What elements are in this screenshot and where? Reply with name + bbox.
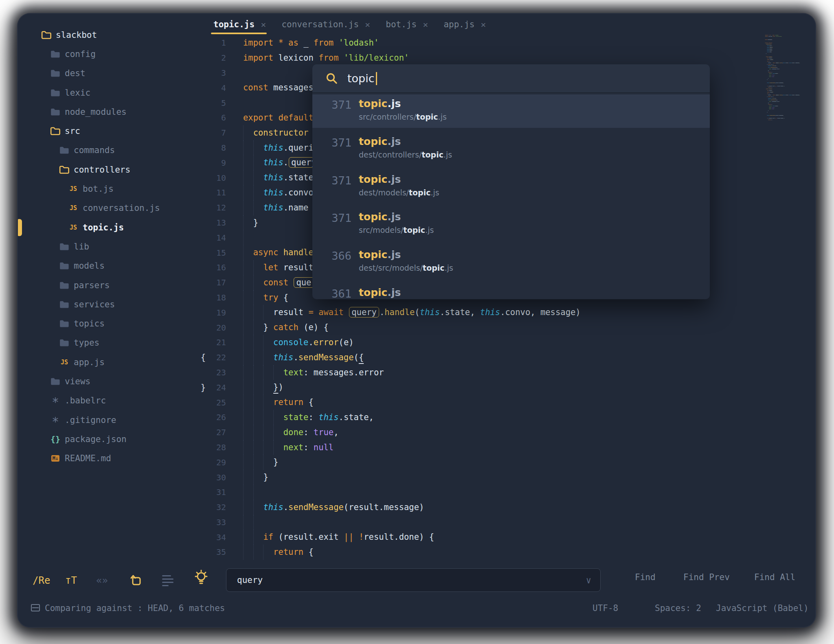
tab-conversation-js[interactable]: conversation.js× — [281, 20, 370, 30]
sidebar-item-views[interactable]: views — [18, 372, 209, 391]
code-line[interactable]: 1import * as _ from 'lodash' — [191, 35, 581, 50]
code-line[interactable]: 35 return { — [191, 545, 581, 560]
code-text: constructor — [243, 125, 308, 140]
overlay-search-input[interactable]: topic — [347, 72, 375, 85]
compare-icon — [31, 604, 40, 611]
indent-guide — [263, 410, 263, 425]
sidebar-item-parsers[interactable]: parsers — [18, 276, 209, 295]
code-line[interactable]: 29 } — [191, 455, 581, 470]
sidebar-item-lib[interactable]: lib — [18, 237, 209, 256]
wrap-search-icon[interactable] — [130, 572, 143, 589]
sidebar-item-commands[interactable]: commands — [18, 141, 209, 160]
sidebar-item-bot-js[interactable]: JSbot.js — [18, 179, 209, 198]
json-file-icon: {} — [49, 434, 61, 444]
find-prev-button[interactable]: Find Prev — [683, 572, 730, 582]
sidebar-item-services[interactable]: services — [18, 295, 209, 314]
code-line[interactable]: 20 } catch (e) { — [191, 320, 581, 335]
folder-icon — [49, 107, 61, 116]
code-text: } — [243, 470, 268, 485]
code-text: } — [243, 455, 278, 470]
code-text: console.error(e) — [243, 335, 354, 350]
sidebar-item-label: package.json — [65, 434, 127, 444]
case-sensitive-icon[interactable]: тT — [65, 572, 77, 589]
code-line[interactable]: 25 return { — [191, 395, 581, 410]
tab-app-js[interactable]: app.js× — [443, 20, 486, 30]
close-icon[interactable]: × — [261, 20, 266, 30]
code-line[interactable]: 26 state: this.state, — [191, 410, 581, 425]
code-line[interactable]: 33 — [191, 515, 581, 530]
sidebar-item-app-js[interactable]: JSapp.js — [18, 353, 209, 372]
overlay-result-row[interactable]: 371topic.jsdest/controllers/topic.js — [312, 132, 710, 166]
sidebar-item--babelrc[interactable]: *.babelrc — [18, 391, 209, 410]
sidebar-item-conversation-js[interactable]: JSconversation.js — [18, 199, 209, 218]
code-text: this.query — [243, 155, 319, 170]
find-all-button[interactable]: Find All — [754, 572, 795, 582]
whole-word-icon[interactable]: «» — [96, 572, 108, 589]
syntax-indicator[interactable]: JavaScript (Babel) — [716, 603, 809, 613]
sidebar-item--gitignore[interactable]: *.gitignore — [18, 410, 209, 429]
indentation-indicator[interactable]: Spaces: 2 — [655, 603, 701, 613]
sidebar-item-label: controllers — [74, 165, 130, 175]
sidebar-item-models[interactable]: models — [18, 256, 209, 276]
indent-guide — [243, 365, 244, 380]
code-line[interactable]: 27 done: true, — [191, 425, 581, 440]
sidebar-item-types[interactable]: types — [18, 333, 209, 353]
folder-open-icon — [40, 31, 53, 39]
overlay-result-row[interactable]: 361topic.js — [312, 283, 710, 299]
code-line[interactable]: 2import lexicon from 'lib/lexicon' — [191, 50, 581, 66]
find-input[interactable]: query ∨ — [226, 568, 601, 592]
sidebar-item-config[interactable]: config — [18, 44, 209, 64]
indent-guide — [253, 320, 254, 335]
indent-guide — [243, 455, 244, 470]
sidebar-item-label: lib — [74, 242, 89, 252]
minimap[interactable]: import * as _ from 'lodash'import lexico… — [763, 34, 801, 121]
sidebar-item-README-md[interactable]: M↓README.md — [18, 449, 209, 468]
encoding-indicator[interactable]: UTF-8 — [593, 603, 618, 613]
sidebar-item-topics[interactable]: topics — [18, 314, 209, 333]
chevron-down-icon[interactable]: ∨ — [586, 575, 591, 585]
close-icon[interactable]: × — [481, 20, 486, 30]
code-line[interactable]: {22 this.sendMessage({ — [191, 350, 581, 365]
sidebar-item-src[interactable]: src — [18, 121, 209, 140]
sidebar-item-node_modules[interactable]: node_modules — [18, 102, 209, 121]
overlay-result-row[interactable]: 366topic.jsdest/src/models/topic.js — [312, 245, 710, 279]
sidebar-item-label: app.js — [74, 357, 105, 367]
overlay-search-row[interactable]: topic — [312, 64, 710, 93]
tab-bot-js[interactable]: bot.js× — [386, 20, 428, 30]
tab-topic-js[interactable]: topic.js× — [213, 20, 266, 30]
in-selection-icon[interactable] — [162, 572, 173, 589]
sidebar-item-topic-js[interactable]: JStopic.js — [18, 218, 209, 237]
overlay-result-row[interactable]: 371topic.jssrc/controllers/topic.js — [312, 94, 710, 128]
sidebar-item-slackbot[interactable]: slackbot — [18, 25, 209, 44]
code-line[interactable]: 34 if (result.exit || !result.done) { — [191, 530, 581, 545]
code-line[interactable]: 31 — [191, 485, 581, 500]
sidebar-item-label: lexic — [65, 88, 90, 98]
close-icon[interactable]: × — [423, 20, 428, 30]
overlay-result-row[interactable]: 371topic.jsdest/models/topic.js — [312, 170, 710, 204]
indent-guide — [263, 335, 263, 350]
indent-guide — [263, 545, 263, 560]
close-icon[interactable]: × — [365, 20, 370, 30]
sidebar-item-lexic[interactable]: lexic — [18, 83, 209, 102]
sidebar-item-controllers[interactable]: controllers — [18, 160, 209, 179]
code-text: return { — [243, 395, 314, 410]
sidebar-item-package-json[interactable]: {}package.json — [18, 429, 209, 449]
code-line[interactable]: 23 text: messages.error — [191, 365, 581, 380]
highlight-matches-icon[interactable] — [194, 570, 208, 586]
find-button[interactable]: Find — [635, 572, 656, 582]
regex-toggle-icon[interactable]: /Re — [33, 572, 50, 589]
code-line[interactable]: 19 result = await query.handle(this.stat… — [191, 305, 581, 320]
indent-guide — [273, 410, 274, 425]
code-line[interactable]: 32 this.sendMessage(result.message) — [191, 500, 581, 515]
code-line[interactable]: 21 console.error(e) — [191, 335, 581, 350]
code-text: return { — [765, 119, 772, 120]
overlay-result-row[interactable]: 371topic.jssrc/models/topic.js — [312, 208, 710, 241]
code-text — [243, 515, 263, 530]
indent-guide — [243, 170, 244, 185]
code-text: text: messages.error — [243, 365, 384, 380]
sidebar-item-dest[interactable]: dest — [18, 64, 209, 83]
code-line[interactable]: 28 next: null — [191, 440, 581, 455]
code-line[interactable]: 30 } — [191, 470, 581, 485]
indent-guide — [253, 410, 254, 425]
code-line[interactable]: }24 }) — [191, 380, 581, 395]
